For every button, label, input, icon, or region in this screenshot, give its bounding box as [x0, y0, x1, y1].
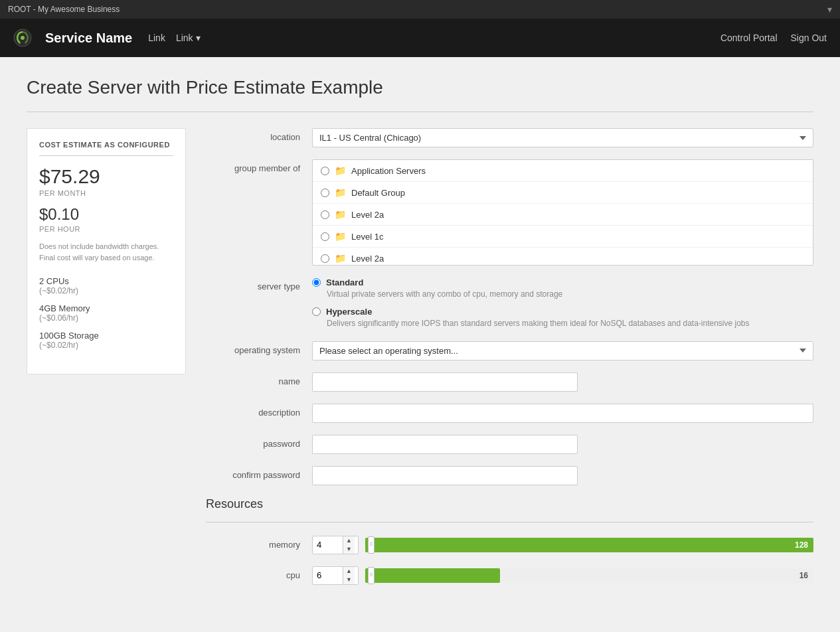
- location-label: location: [206, 128, 312, 142]
- name-label: name: [206, 372, 312, 386]
- nav-link-2-chevron-icon: ▾: [196, 33, 201, 43]
- location-select[interactable]: IL1 - US Central (Chicago) CA1 - US West…: [312, 128, 813, 147]
- description-label: description: [206, 404, 312, 418]
- group-radio-level-2a[interactable]: [321, 210, 329, 219]
- memory-control: ▲ ▼ 128: [312, 536, 813, 554]
- main-layout: COST ESTIMATE AS CONFIGURED $75.29 PER M…: [27, 128, 813, 597]
- page-divider: [27, 112, 813, 112]
- group-item-default-group[interactable]: 📁 Default Group: [313, 182, 813, 204]
- cost-monthly-amount: $75.29: [39, 165, 173, 188]
- server-type-row: server type Standard Virtual private ser…: [206, 277, 813, 329]
- cost-resource-cpus: 2 CPUs (~$0.02/hr): [39, 276, 173, 295]
- server-type-standard-label[interactable]: Standard: [312, 277, 813, 287]
- cpu-row: cpu ▲ ▼: [206, 566, 813, 585]
- server-type-standard-text: Standard: [326, 277, 363, 287]
- memory-slider-row: ▲ ▼ 128: [312, 536, 813, 554]
- group-item-level-1c-label: Level 1c: [351, 232, 383, 242]
- cost-hourly-amount: $0.10: [39, 205, 173, 224]
- server-type-standard-radio[interactable]: [312, 278, 321, 287]
- server-type-hyperscale-text: Hyperscale: [326, 307, 372, 317]
- name-input[interactable]: [312, 372, 578, 392]
- centurylink-logo-icon: [13, 29, 32, 47]
- folder-icon-5: 📁: [335, 253, 346, 264]
- group-radio-level-2a-2[interactable]: [321, 254, 329, 263]
- cost-resource-storage: 100GB Storage (~$0.02/hr): [39, 331, 173, 350]
- memory-slider-container: 128: [365, 536, 813, 554]
- top-bar: ROOT - My Awesome Business ▾: [0, 0, 840, 19]
- nav-link-2-label: Link: [176, 33, 193, 43]
- memory-increment-button[interactable]: ▲: [343, 536, 355, 545]
- cpu-slider-handle[interactable]: [368, 567, 375, 584]
- navbar: Service Name Link Link ▾ Control Portal …: [0, 19, 840, 57]
- cost-note: Does not include bandwidth charges. Fina…: [39, 241, 173, 263]
- group-item-level-1c[interactable]: 📁 Level 1c: [313, 226, 813, 248]
- server-type-standard-desc: Virtual private servers with any combo o…: [327, 289, 813, 300]
- group-label: group member of: [206, 159, 312, 173]
- folder-icon-2: 📁: [335, 187, 346, 198]
- cost-divider: [39, 155, 173, 156]
- password-label: password: [206, 435, 312, 449]
- group-item-level-2a[interactable]: 📁 Level 2a: [313, 204, 813, 226]
- password-input[interactable]: [312, 435, 578, 454]
- group-item-app-servers[interactable]: 📁 Application Servers: [313, 160, 813, 182]
- nav-link-2-dropdown[interactable]: Link ▾: [176, 33, 201, 43]
- server-type-hyperscale-radio[interactable]: [312, 307, 321, 316]
- server-type-hyperscale-label[interactable]: Hyperscale: [312, 307, 813, 317]
- memory-slider-max: 128: [795, 540, 808, 550]
- cost-panel-title: COST ESTIMATE AS CONFIGURED: [39, 141, 173, 149]
- cpu-control: ▲ ▼ 16: [312, 566, 813, 585]
- server-type-options: Standard Virtual private servers with an…: [312, 277, 813, 329]
- memory-row: memory ▲ ▼: [206, 536, 813, 554]
- password-control: [312, 435, 813, 454]
- top-bar-title: ROOT - My Awesome Business: [8, 5, 827, 14]
- group-item-level-2a-2[interactable]: 📁 Level 2a: [313, 248, 813, 266]
- nav-right: Control Portal Sign Out: [720, 33, 827, 43]
- cpu-slider-track[interactable]: [365, 568, 500, 583]
- control-portal-link[interactable]: Control Portal: [720, 33, 778, 43]
- cost-resource-memory: 4GB Memory (~$0.06/hr): [39, 303, 173, 323]
- password-row: password: [206, 435, 813, 454]
- group-radio-default-group[interactable]: [321, 189, 329, 197]
- memory-spinner: ▲ ▼: [312, 536, 359, 554]
- confirm-password-label: confirm password: [206, 466, 312, 480]
- name-control: [312, 372, 813, 392]
- memory-label: memory: [206, 536, 312, 550]
- group-radio-app-servers[interactable]: [321, 167, 329, 175]
- description-input[interactable]: [312, 404, 813, 423]
- server-type-control: Standard Virtual private servers with an…: [312, 277, 813, 329]
- top-bar-chevron-icon: ▾: [827, 4, 832, 15]
- group-radio-level-1c[interactable]: [321, 232, 329, 241]
- cpu-slider-max: 16: [799, 571, 808, 580]
- sign-out-link[interactable]: Sign Out: [791, 33, 827, 43]
- cpu-label: cpu: [206, 566, 312, 580]
- folder-icon-4: 📁: [335, 231, 346, 242]
- confirm-password-control: [312, 466, 813, 485]
- page-title: Create Server with Price Estimate Exampl…: [27, 77, 813, 98]
- memory-slider-track[interactable]: 128: [365, 538, 813, 552]
- server-type-label: server type: [206, 277, 312, 291]
- cpu-spin-buttons: ▲ ▼: [343, 567, 355, 584]
- cpu-increment-button[interactable]: ▲: [343, 567, 355, 576]
- nav-link-1[interactable]: Link: [148, 33, 165, 43]
- folder-icon-3: 📁: [335, 209, 346, 220]
- group-row: group member of 📁 Application Servers 📁 …: [206, 159, 813, 266]
- memory-spin-buttons: ▲ ▼: [343, 536, 355, 554]
- description-row: description: [206, 404, 813, 423]
- resources-divider: [206, 522, 813, 522]
- group-item-default-label: Default Group: [351, 188, 405, 198]
- os-label: operating system: [206, 341, 312, 355]
- memory-decrement-button[interactable]: ▼: [343, 545, 355, 554]
- resources-title: Resources: [206, 497, 813, 511]
- memory-number-input[interactable]: [313, 536, 343, 553]
- server-type-standard: Standard Virtual private servers with an…: [312, 277, 813, 300]
- cost-monthly-period: PER MONTH: [39, 189, 173, 197]
- os-select[interactable]: Please select an operating system...: [312, 341, 813, 360]
- cpu-decrement-button[interactable]: ▼: [343, 576, 355, 584]
- cost-hourly-period: PER HOUR: [39, 225, 173, 233]
- cost-resources: 2 CPUs (~$0.02/hr) 4GB Memory (~$0.06/hr…: [39, 276, 173, 350]
- memory-slider-handle[interactable]: [368, 536, 375, 554]
- confirm-password-row: confirm password: [206, 466, 813, 485]
- cpu-number-input[interactable]: [313, 567, 343, 584]
- nav-logo: [13, 29, 32, 47]
- confirm-password-input[interactable]: [312, 466, 578, 485]
